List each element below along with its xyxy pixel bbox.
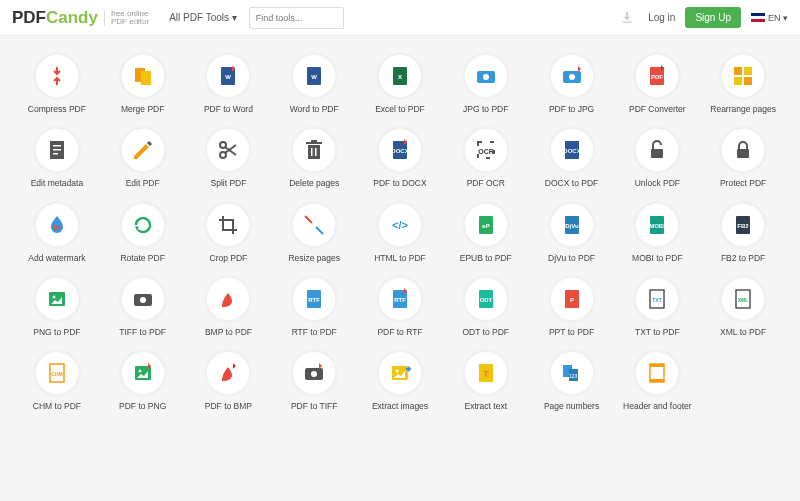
tool-tiff-to-pdf[interactable]: TIFF to PDF — [100, 269, 186, 343]
tool-label: Page numbers — [544, 402, 599, 411]
tool-label: Unlock PDF — [635, 179, 680, 188]
tool-extract-images[interactable]: Extract images — [357, 343, 443, 417]
scissors-icon — [204, 126, 252, 174]
tool-xml-to-pdf[interactable]: XMLXML to PDF — [700, 269, 786, 343]
extract-img-icon — [376, 349, 424, 397]
svg-rect-1 — [141, 71, 151, 85]
svg-rect-32 — [651, 149, 663, 158]
tool-label: RTF to PDF — [292, 328, 337, 337]
tool-odt-to-pdf[interactable]: ODTODT to PDF — [443, 269, 529, 343]
png-dl-icon — [119, 349, 167, 397]
tool-pdf-to-jpg[interactable]: PDF to JPG — [529, 46, 615, 120]
mobi-icon: MOBI — [633, 201, 681, 249]
tool-label: Protect PDF — [720, 179, 766, 188]
svg-text:OCR: OCR — [478, 148, 494, 155]
login-link[interactable]: Log in — [648, 12, 675, 23]
tool-pdf-converter[interactable]: PDFPDF Converter — [614, 46, 700, 120]
extract-txt-icon: T — [462, 349, 510, 397]
trash-icon — [290, 126, 338, 174]
tiff-dl-icon — [290, 349, 338, 397]
search-input[interactable] — [249, 7, 344, 29]
svg-point-63 — [138, 370, 141, 373]
svg-point-65 — [311, 371, 317, 377]
tool-bmp-to-pdf[interactable]: BMP to PDF — [186, 269, 272, 343]
tool-label: FB2 to PDF — [721, 254, 765, 263]
tool-pdf-ocr[interactable]: OCRPDF OCR — [443, 120, 529, 194]
tool-rotate-pdf[interactable]: Rotate PDF — [100, 195, 186, 269]
svg-rect-21 — [53, 153, 58, 155]
tool-label: Crop PDF — [210, 254, 248, 263]
tool-rearrange-pages[interactable]: Rearrange pages — [700, 46, 786, 120]
svg-text:TXT: TXT — [653, 297, 662, 303]
tool-extract-text[interactable]: TExtract text — [443, 343, 529, 417]
tool-ppt-to-pdf[interactable]: PPPT to PDF — [529, 269, 615, 343]
tool-label: TIFF to PDF — [119, 328, 166, 337]
tool-djvu-to-pdf[interactable]: DjVuDjVu to PDF — [529, 195, 615, 269]
tool-label: PDF to PNG — [119, 402, 166, 411]
tool-merge-pdf[interactable]: Merge PDF — [100, 46, 186, 120]
pdf-dl-icon: PDF — [633, 52, 681, 100]
tool-label: PDF Converter — [629, 105, 686, 114]
tool-resize-pages[interactable]: Resize pages — [271, 195, 357, 269]
tool-chm-to-pdf[interactable]: CHMCHM to PDF — [14, 343, 100, 417]
tool-word-to-pdf[interactable]: WWord to PDF — [271, 46, 357, 120]
tool-add-watermark[interactable]: WAdd watermark — [14, 195, 100, 269]
tool-png-to-pdf[interactable]: PNG to PDF — [14, 269, 100, 343]
tool-label: Merge PDF — [121, 105, 164, 114]
watermark-icon: W — [33, 201, 81, 249]
language-selector[interactable]: EN ▾ — [751, 13, 788, 23]
tool-pdf-to-bmp[interactable]: PDF to BMP — [186, 343, 272, 417]
metadata-icon — [33, 126, 81, 174]
bmp-icon — [204, 275, 252, 323]
svg-point-47 — [140, 297, 146, 303]
tool-jpg-to-pdf[interactable]: JPG to PDF — [443, 46, 529, 120]
tool-pdf-to-word[interactable]: WPDF to Word — [186, 46, 272, 120]
signup-button[interactable]: Sign Up — [685, 7, 741, 28]
tool-fb2-to-pdf[interactable]: FB2FB2 to PDF — [700, 195, 786, 269]
logo[interactable]: PDFCandy — [12, 8, 98, 28]
tool-rtf-to-pdf[interactable]: RTFRTF to PDF — [271, 269, 357, 343]
svg-text:T: T — [483, 369, 489, 379]
download-icon[interactable] — [620, 11, 634, 25]
tool-pdf-to-tiff[interactable]: PDF to TIFF — [271, 343, 357, 417]
tool-split-pdf[interactable]: Split PDF — [186, 120, 272, 194]
tool-docx-to-pdf[interactable]: DOCXDOCX to PDF — [529, 120, 615, 194]
tool-protect-pdf[interactable]: Protect PDF — [700, 120, 786, 194]
tool-pdf-to-docx[interactable]: DOCXPDF to DOCX — [357, 120, 443, 194]
compress-icon — [33, 52, 81, 100]
tool-label: Add watermark — [28, 254, 85, 263]
tool-header-footer[interactable]: Header and footer — [614, 343, 700, 417]
tool-delete-pages[interactable]: Delete pages — [271, 120, 357, 194]
svg-rect-15 — [744, 67, 752, 75]
tool-html-to-pdf[interactable]: </>HTML to PDF — [357, 195, 443, 269]
svg-rect-16 — [734, 77, 742, 85]
tool-txt-to-pdf[interactable]: TXTTXT to PDF — [614, 269, 700, 343]
merge-icon — [119, 52, 167, 100]
svg-rect-33 — [737, 149, 749, 158]
bmp-dl-icon — [204, 349, 252, 397]
tool-label: DOCX to PDF — [545, 179, 598, 188]
tool-label: Rearrange pages — [710, 105, 776, 114]
svg-text:P: P — [570, 297, 574, 303]
tool-compress-pdf[interactable]: Compress PDF — [14, 46, 100, 120]
ppt-icon: P — [548, 275, 596, 323]
tool-label: CHM to PDF — [33, 402, 81, 411]
tool-label: XML to PDF — [720, 328, 766, 337]
tool-excel-to-pdf[interactable]: XExcel to PDF — [357, 46, 443, 120]
all-tools-dropdown[interactable]: All PDF Tools ▾ — [169, 12, 237, 23]
tool-page-numbers[interactable]: 123Page numbers — [529, 343, 615, 417]
djvu-icon: DjVu — [548, 201, 596, 249]
tool-crop-pdf[interactable]: Crop PDF — [186, 195, 272, 269]
tool-edit-metadata[interactable]: Edit metadata — [14, 120, 100, 194]
tool-mobi-to-pdf[interactable]: MOBIMOBI to PDF — [614, 195, 700, 269]
tool-epub-to-pdf[interactable]: ePEPUB to PDF — [443, 195, 529, 269]
pagenum-icon: 123 — [548, 349, 596, 397]
svg-rect-17 — [744, 77, 752, 85]
svg-text:FB2: FB2 — [737, 223, 749, 229]
tool-pdf-to-rtf[interactable]: RTFPDF to RTF — [357, 269, 443, 343]
svg-text:W: W — [226, 74, 232, 80]
tool-edit-pdf[interactable]: Edit PDF — [100, 120, 186, 194]
tool-label: Edit PDF — [126, 179, 160, 188]
tool-unlock-pdf[interactable]: Unlock PDF — [614, 120, 700, 194]
tool-pdf-to-png[interactable]: PDF to PNG — [100, 343, 186, 417]
